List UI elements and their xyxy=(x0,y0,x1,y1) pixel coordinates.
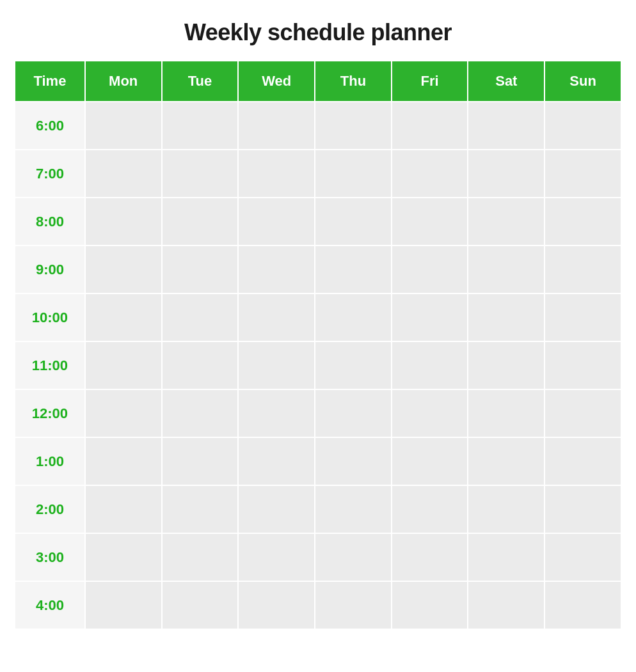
cell-100-fri[interactable] xyxy=(392,437,468,485)
table-row[interactable]: 3:00 xyxy=(15,533,621,581)
cell-1000-sat[interactable] xyxy=(468,293,545,341)
cell-1000-tue[interactable] xyxy=(162,293,239,341)
cell-400-mon[interactable] xyxy=(85,581,162,629)
cell-700-sun[interactable] xyxy=(545,150,621,198)
cell-100-thu[interactable] xyxy=(315,437,392,485)
time-cell: 2:00 xyxy=(15,485,85,533)
cell-600-tue[interactable] xyxy=(162,102,239,150)
cell-200-mon[interactable] xyxy=(85,485,162,533)
cell-400-sat[interactable] xyxy=(468,581,545,629)
cell-400-sun[interactable] xyxy=(545,581,621,629)
header-tue: Tue xyxy=(162,61,239,102)
cell-400-tue[interactable] xyxy=(162,581,239,629)
cell-700-tue[interactable] xyxy=(162,150,239,198)
table-row[interactable]: 10:00 xyxy=(15,293,621,341)
cell-1000-mon[interactable] xyxy=(85,293,162,341)
cell-100-sun[interactable] xyxy=(545,437,621,485)
table-row[interactable]: 2:00 xyxy=(15,485,621,533)
table-row[interactable]: 11:00 xyxy=(15,341,621,389)
cell-600-mon[interactable] xyxy=(85,102,162,150)
cell-900-thu[interactable] xyxy=(315,246,392,293)
cell-400-thu[interactable] xyxy=(315,581,392,629)
cell-100-sat[interactable] xyxy=(468,437,545,485)
cell-600-fri[interactable] xyxy=(392,102,468,150)
cell-1200-sun[interactable] xyxy=(545,389,621,437)
time-cell: 11:00 xyxy=(15,341,85,389)
cell-800-sun[interactable] xyxy=(545,198,621,246)
cell-300-wed[interactable] xyxy=(238,533,315,581)
cell-1100-wed[interactable] xyxy=(238,341,315,389)
table-row[interactable]: 9:00 xyxy=(15,246,621,293)
cell-1200-thu[interactable] xyxy=(315,389,392,437)
cell-300-mon[interactable] xyxy=(85,533,162,581)
cell-200-sat[interactable] xyxy=(468,485,545,533)
cell-700-mon[interactable] xyxy=(85,150,162,198)
cell-1000-fri[interactable] xyxy=(392,293,468,341)
table-row[interactable]: 12:00 xyxy=(15,389,621,437)
cell-800-tue[interactable] xyxy=(162,198,239,246)
cell-300-sun[interactable] xyxy=(545,533,621,581)
cell-1000-thu[interactable] xyxy=(315,293,392,341)
cell-700-sat[interactable] xyxy=(468,150,545,198)
cell-900-wed[interactable] xyxy=(238,246,315,293)
cell-1200-mon[interactable] xyxy=(85,389,162,437)
table-row[interactable]: 8:00 xyxy=(15,198,621,246)
cell-1100-mon[interactable] xyxy=(85,341,162,389)
cell-400-fri[interactable] xyxy=(392,581,468,629)
header-thu: Thu xyxy=(315,61,392,102)
cell-1100-sat[interactable] xyxy=(468,341,545,389)
table-row[interactable]: 6:00 xyxy=(15,102,621,150)
schedule-table: Time Mon Tue Wed Thu Fri Sat Sun 6:007:0… xyxy=(14,60,622,630)
header-wed: Wed xyxy=(238,61,315,102)
cell-900-sun[interactable] xyxy=(545,246,621,293)
table-row[interactable]: 4:00 xyxy=(15,581,621,629)
time-cell: 4:00 xyxy=(15,581,85,629)
cell-200-fri[interactable] xyxy=(392,485,468,533)
time-cell: 12:00 xyxy=(15,389,85,437)
cell-600-sun[interactable] xyxy=(545,102,621,150)
cell-800-mon[interactable] xyxy=(85,198,162,246)
cell-600-thu[interactable] xyxy=(315,102,392,150)
cell-900-tue[interactable] xyxy=(162,246,239,293)
table-row[interactable]: 1:00 xyxy=(15,437,621,485)
time-cell: 10:00 xyxy=(15,293,85,341)
cell-700-fri[interactable] xyxy=(392,150,468,198)
cell-300-tue[interactable] xyxy=(162,533,239,581)
cell-800-fri[interactable] xyxy=(392,198,468,246)
cell-100-mon[interactable] xyxy=(85,437,162,485)
cell-1200-wed[interactable] xyxy=(238,389,315,437)
cell-200-tue[interactable] xyxy=(162,485,239,533)
header-sun: Sun xyxy=(545,61,621,102)
cell-400-wed[interactable] xyxy=(238,581,315,629)
cell-800-wed[interactable] xyxy=(238,198,315,246)
cell-1200-tue[interactable] xyxy=(162,389,239,437)
cell-900-sat[interactable] xyxy=(468,246,545,293)
cell-1000-sun[interactable] xyxy=(545,293,621,341)
cell-200-sun[interactable] xyxy=(545,485,621,533)
cell-800-thu[interactable] xyxy=(315,198,392,246)
cell-200-wed[interactable] xyxy=(238,485,315,533)
header-fri: Fri xyxy=(392,61,468,102)
cell-300-fri[interactable] xyxy=(392,533,468,581)
cell-900-fri[interactable] xyxy=(392,246,468,293)
cell-1100-fri[interactable] xyxy=(392,341,468,389)
cell-700-thu[interactable] xyxy=(315,150,392,198)
cell-300-thu[interactable] xyxy=(315,533,392,581)
cell-800-sat[interactable] xyxy=(468,198,545,246)
table-row[interactable]: 7:00 xyxy=(15,150,621,198)
cell-1100-sun[interactable] xyxy=(545,341,621,389)
cell-1100-tue[interactable] xyxy=(162,341,239,389)
cell-200-thu[interactable] xyxy=(315,485,392,533)
cell-900-mon[interactable] xyxy=(85,246,162,293)
cell-1200-sat[interactable] xyxy=(468,389,545,437)
cell-1200-fri[interactable] xyxy=(392,389,468,437)
cell-100-wed[interactable] xyxy=(238,437,315,485)
cell-1000-wed[interactable] xyxy=(238,293,315,341)
cell-300-sat[interactable] xyxy=(468,533,545,581)
cell-600-wed[interactable] xyxy=(238,102,315,150)
cell-100-tue[interactable] xyxy=(162,437,239,485)
cell-1100-thu[interactable] xyxy=(315,341,392,389)
cell-700-wed[interactable] xyxy=(238,150,315,198)
header-time: Time xyxy=(15,61,85,102)
cell-600-sat[interactable] xyxy=(468,102,545,150)
